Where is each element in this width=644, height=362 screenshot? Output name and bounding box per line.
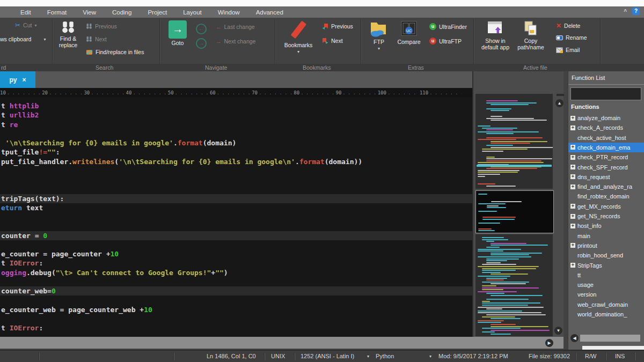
function-list-item-main[interactable]: main xyxy=(568,231,644,241)
minimap-line xyxy=(486,160,541,161)
ultraftp-button[interactable]: u UltraFTP xyxy=(429,38,462,45)
minimap-line xyxy=(478,162,544,163)
horizontal-scrollbar[interactable]: ▶ xyxy=(0,337,564,349)
windows-clipboard-button[interactable]: ws clipboard ▾ xyxy=(0,36,46,42)
status-cursor-position[interactable]: Ln 1486, Col 1, C0 xyxy=(207,353,256,359)
function-list-item-version[interactable]: version xyxy=(568,290,644,299)
bookmarks-button[interactable]: Bookmarks ▾ xyxy=(282,19,315,54)
bookmark-previous-button[interactable]: Previous xyxy=(322,23,353,29)
find-replace-button[interactable]: Find & replace xyxy=(56,20,80,48)
bookmark-next-button[interactable]: Next xyxy=(322,38,343,44)
rename-button[interactable]: Rename xyxy=(556,34,587,41)
function-list-item-check_A_records[interactable]: +check_A_records xyxy=(568,123,644,132)
chevron-down-icon[interactable]: ▾ xyxy=(429,354,431,359)
code-editor[interactable]: t httplibt urllib2t re '\n\tSearching fo… xyxy=(0,97,472,337)
menu-item-coding[interactable]: Coding xyxy=(112,9,131,16)
status-line-ending[interactable]: UNIX xyxy=(271,353,285,359)
minimap-line xyxy=(491,143,530,144)
help-icon[interactable]: ? xyxy=(632,8,640,15)
function-list-item-web_crawl_domain[interactable]: web_crawl_domain xyxy=(568,300,644,309)
last-change-button[interactable]: ← Last change xyxy=(216,24,255,30)
goto-button[interactable]: → Goto xyxy=(167,20,188,46)
expand-icon[interactable]: + xyxy=(570,116,575,121)
copy-path-name-button[interactable]: Copy path/name xyxy=(515,20,546,50)
function-list-item-check_PTR_record[interactable]: +check_PTR_record xyxy=(568,152,644,162)
cut-button[interactable]: ✂ Cut ▾ xyxy=(15,21,36,29)
function-list-item-find_robtex_domain[interactable]: find_robtex_domain xyxy=(568,191,644,201)
function-list-item-usage[interactable]: usage xyxy=(568,280,644,290)
expand-icon[interactable]: + xyxy=(570,125,575,130)
code-line: tripTags(text): xyxy=(0,194,472,203)
menu-item-layout[interactable]: Layout xyxy=(183,9,202,16)
compare-icon: UC xyxy=(400,20,418,38)
expand-icon[interactable]: + xyxy=(570,145,575,150)
function-list-item-dns_request[interactable]: +dns_request xyxy=(568,172,644,182)
scroll-left-icon[interactable]: ◀ xyxy=(570,334,579,342)
next-change-label: Next change xyxy=(224,38,256,45)
function-list-hscrollbar[interactable] xyxy=(580,335,640,342)
rename-label: Rename xyxy=(566,34,587,41)
menu-item-project[interactable]: Project xyxy=(148,9,167,16)
search-next-button[interactable]: Next xyxy=(86,36,107,42)
chevron-down-icon[interactable]: ▾ xyxy=(367,354,369,359)
function-list-item-get_NS_records[interactable]: +get_NS_records xyxy=(568,211,644,221)
status-separator xyxy=(575,352,576,360)
expand-icon[interactable]: + xyxy=(570,263,575,268)
function-list-item-robin_hood_send[interactable]: robin_hood_send xyxy=(568,250,644,260)
function-list-item-check_SPF_record[interactable]: +check_SPF_record xyxy=(568,162,644,172)
back-position-icon[interactable]: ← xyxy=(196,24,207,34)
expand-icon[interactable]: + xyxy=(570,165,575,169)
expand-icon[interactable]: + xyxy=(570,224,575,228)
minimap-line xyxy=(478,203,506,204)
status-language[interactable]: Python xyxy=(376,353,394,359)
ultrafinder-button[interactable]: u UltraFinder xyxy=(429,23,467,30)
expand-icon[interactable]: + xyxy=(570,243,575,248)
status-encoding[interactable]: 1252 (ANSI - Latin I) xyxy=(301,353,354,359)
expand-icon[interactable]: + xyxy=(570,184,575,189)
function-list-item-find_and_analyze_ra[interactable]: +find_and_analyze_ra xyxy=(568,182,644,191)
menu-item-advanced[interactable]: Advanced xyxy=(256,9,283,16)
scroll-up-icon[interactable]: ▲ xyxy=(555,99,564,107)
function-list-item-tt[interactable]: tt xyxy=(568,270,644,280)
function-list-item-get_MX_records[interactable]: +get_MX_records xyxy=(568,202,644,211)
tab-close-icon[interactable]: × xyxy=(23,76,26,84)
next-change-button[interactable]: → Next change xyxy=(216,38,255,45)
collapse-ribbon-icon[interactable]: ^ xyxy=(624,9,627,14)
menu-item-edit[interactable]: Edit xyxy=(20,9,31,16)
map-viewport[interactable] xyxy=(475,190,554,233)
forward-position-icon[interactable]: → xyxy=(196,38,207,49)
map-section-1 xyxy=(475,94,553,189)
splitter-grip[interactable] xyxy=(557,94,564,96)
function-list-item-world_domination_[interactable]: world_domination_ xyxy=(568,309,644,319)
menu-item-view[interactable]: View xyxy=(83,9,96,16)
tab-active-py[interactable]: py × xyxy=(0,71,35,88)
function-list-item-check_domain_ema[interactable]: +check_domain_ema xyxy=(568,143,644,152)
expand-icon[interactable]: + xyxy=(570,155,575,160)
delete-button[interactable]: ✕ Delete xyxy=(556,22,580,29)
ftp-button[interactable]: FTP ▾ xyxy=(367,20,391,51)
document-map[interactable]: ▲ ▼ xyxy=(472,71,564,337)
minimap-line xyxy=(486,247,500,248)
show-in-default-app-button[interactable]: Show in default app xyxy=(479,20,511,50)
find-replace-in-files-button[interactable]: Find/replace in files xyxy=(86,49,144,55)
compare-button[interactable]: UC Compare xyxy=(394,20,423,45)
search-previous-button[interactable]: Previous xyxy=(86,23,117,29)
expand-icon[interactable]: + xyxy=(570,204,575,209)
function-filter-input[interactable] xyxy=(570,87,641,100)
menu-item-format[interactable]: Format xyxy=(47,9,67,16)
expand-icon[interactable]: + xyxy=(570,174,575,179)
scroll-down-icon[interactable]: ▼ xyxy=(554,327,562,335)
function-list-item-printout[interactable]: +printout xyxy=(568,241,644,250)
status-read-write[interactable]: R/W xyxy=(585,353,596,359)
status-insert-mode[interactable]: INS xyxy=(615,353,625,359)
expand-icon[interactable]: + xyxy=(570,214,575,219)
minimap-line xyxy=(482,316,515,317)
function-list-item-StripTags[interactable]: +StripTags xyxy=(568,261,644,270)
menu-item-window[interactable]: Window xyxy=(218,9,240,16)
function-list-item-analyze_domain[interactable]: +analyze_domain xyxy=(568,113,644,123)
scroll-right-icon[interactable]: ▶ xyxy=(545,339,553,347)
function-list-item-host_info[interactable]: +host_info xyxy=(568,221,644,231)
ruler-cell: 90........ xyxy=(336,88,378,97)
function-list-item-check_active_host[interactable]: check_active_host xyxy=(568,133,644,143)
email-button[interactable]: Email xyxy=(556,47,580,53)
